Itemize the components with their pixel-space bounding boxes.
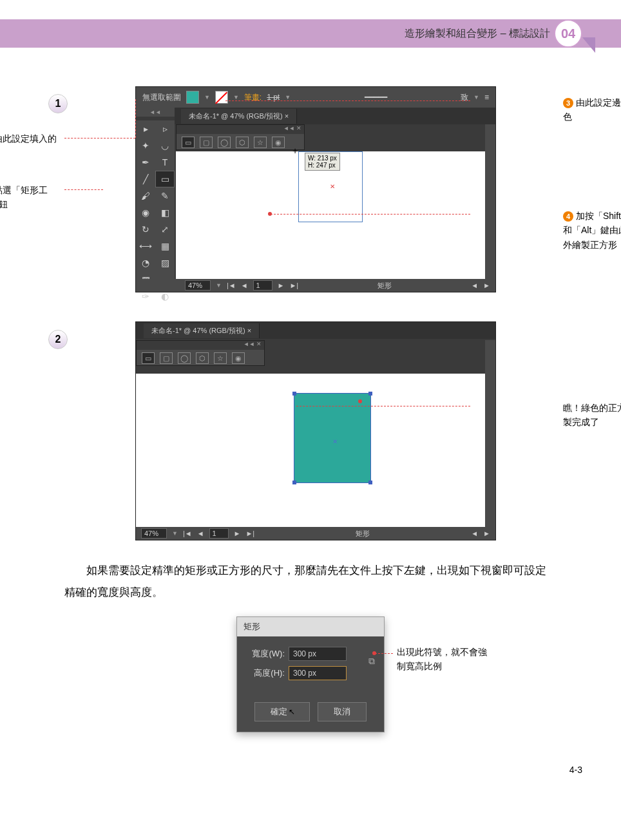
control-bar: 無選取範圍 ▼ ▼ 筆畫: 1 pt▼ ━━━━━ 致▼ ≡	[136, 87, 495, 108]
scroll-right-icon[interactable]: ►	[483, 530, 490, 537]
stroke-swatch[interactable]	[215, 91, 228, 104]
eraser-tool-icon[interactable]: ◧	[155, 204, 175, 221]
next-page-icon[interactable]: ►	[234, 530, 241, 537]
status-shape-label: 矩形	[303, 281, 466, 291]
prev-page-icon[interactable]: ◄	[241, 282, 248, 289]
shape-flyout-panel: ◄◄ ✕ ▭ ▢ ◯ ⬡ ☆ ◉	[176, 124, 305, 150]
dialog-title: 矩形	[237, 617, 384, 636]
flare-icon[interactable]: ◉	[272, 137, 285, 148]
close-icon[interactable]: ×	[247, 327, 251, 334]
no-selection-label: 無選取範圍	[142, 92, 181, 103]
last-page-icon[interactable]: ►|	[245, 530, 254, 537]
prev-page-icon[interactable]: ◄	[197, 530, 204, 537]
lasso-tool-icon[interactable]: ◡	[155, 137, 175, 154]
tools-panel: ◄◄ ▸▹ ✦◡ ✒T ╱▭ 🖌✎ ◉◧ ↻⤢ ⟷▦ ◔▨ ▩▬ ✑◐	[136, 108, 175, 279]
first-page-icon[interactable]: |◄	[227, 282, 236, 289]
cursor-icon: ↖	[289, 707, 295, 716]
line-tool-icon[interactable]: ╱	[136, 171, 155, 187]
next-page-icon[interactable]: ►	[278, 282, 285, 289]
pen-tool-icon[interactable]: ✒	[136, 154, 155, 171]
height-input[interactable]	[289, 666, 347, 680]
perspective-tool-icon[interactable]: ▨	[155, 254, 175, 271]
callout-3: 3由此設定邊框顏色	[563, 95, 621, 124]
flare-icon[interactable]: ◉	[232, 352, 245, 364]
menu-icon[interactable]: ≡	[484, 93, 489, 102]
fill-swatch[interactable]	[186, 91, 199, 104]
width-tool-icon[interactable]: ⟷	[136, 238, 155, 254]
type-tool-icon[interactable]: T	[155, 154, 175, 171]
dimension-tooltip: W: 213 px H: 247 px	[305, 153, 340, 171]
ellipse-icon[interactable]: ◯	[178, 352, 191, 364]
pencil-tool-icon[interactable]: ✎	[155, 187, 175, 204]
wand-tool-icon[interactable]: ✦	[136, 137, 155, 154]
chapter-number: 04	[554, 19, 582, 48]
canvas-area-2[interactable]: ✕	[136, 374, 485, 527]
polygon-icon[interactable]: ⬡	[196, 352, 209, 364]
callout-6: 出現此符號，就不會強制寬高比例	[397, 645, 493, 674]
blob-tool-icon[interactable]: ◉	[136, 204, 155, 221]
rounded-rect-icon[interactable]: ▢	[160, 352, 173, 364]
last-page-icon[interactable]: ►|	[289, 282, 298, 289]
shape-flyout-panel-2: ◄◄ ✕ ▭ ▢ ◯ ⬡ ☆ ◉	[136, 340, 265, 366]
rectangle-dialog: 矩形 寬度(W): 高度(H): ⧉ 確定↖ 取消	[236, 616, 385, 732]
free-transform-icon[interactable]: ▦	[155, 238, 175, 254]
drawn-square[interactable]: ✕	[294, 393, 371, 483]
polygon-icon[interactable]: ⬡	[236, 137, 249, 148]
shape-builder-icon[interactable]: ◔	[136, 254, 155, 271]
screenshot-1: 無選取範圍 ▼ ▼ 筆畫: 1 pt▼ ━━━━━ 致▼ ≡ 未命名-1* @ …	[135, 86, 496, 292]
direct-select-tool-icon[interactable]: ▹	[155, 120, 175, 137]
scale-tool-icon[interactable]: ⤢	[155, 221, 175, 238]
doc-tab[interactable]: 未命名-1* @ 47% (RGB/預視) ×	[181, 109, 297, 124]
scroll-right-icon[interactable]: ►	[483, 282, 490, 289]
callout-2: 2由此設定填入的色彩	[0, 131, 64, 160]
rect-shape-icon[interactable]: ▭	[182, 137, 195, 148]
zoom-input[interactable]	[141, 528, 167, 539]
selection-tool-icon[interactable]: ▸	[136, 120, 155, 137]
panel-close-icon[interactable]: ✕	[296, 125, 301, 134]
panel-collapse-icon[interactable]: ◄◄	[283, 125, 295, 134]
width-label: 寬度(W):	[246, 648, 285, 660]
rect-shape-icon[interactable]: ▭	[142, 352, 155, 364]
callout-5: 瞧！綠色的正方形繪製完成了	[563, 401, 621, 430]
link-constrain-icon[interactable]: ⧉	[368, 656, 375, 667]
ellipse-icon[interactable]: ◯	[218, 137, 231, 148]
brush-tool-icon[interactable]: 🖌	[136, 187, 155, 204]
page-input[interactable]	[253, 280, 272, 291]
status-shape-label: 矩形	[260, 529, 466, 539]
tab-bar: 未命名-1* @ 47% (RGB/預視) ×	[136, 108, 495, 124]
rounded-rect-icon[interactable]: ▢	[200, 137, 213, 148]
panel-close-icon[interactable]: ✕	[256, 341, 262, 350]
first-page-icon[interactable]: |◄	[183, 530, 192, 537]
width-input[interactable]	[289, 647, 347, 661]
scroll-left-icon[interactable]: ◄	[471, 282, 478, 289]
panel-collapse-icon[interactable]: ◄◄	[244, 341, 255, 350]
canvas-area[interactable]: + ✕ W: 213 px H: 247 px	[176, 151, 485, 279]
status-bar: ▼ |◄◄ ►►| 矩形 ◄►	[136, 279, 495, 292]
body-paragraph: 如果需要設定精準的矩形或正方形的尺寸，那麼請先在文件上按下左鍵，出現如下視窗即可…	[64, 560, 557, 604]
ok-button[interactable]: 確定↖	[254, 702, 310, 721]
scroll-left-icon[interactable]: ◄	[471, 530, 478, 537]
step-badge-2: 2	[48, 330, 68, 349]
close-icon[interactable]: ×	[285, 112, 289, 120]
scrollbar[interactable]	[485, 124, 495, 279]
scrollbar[interactable]	[485, 340, 495, 527]
rotate-tool-icon[interactable]: ↻	[136, 221, 155, 238]
screenshot-2: 未命名-1* @ 47% (RGB/預視) × ◄◄ ✕ ▭ ▢ ◯ ⬡ ☆ ◉…	[135, 321, 496, 540]
callout-1: 1點選「矩形工具」鈕	[0, 183, 64, 212]
zoom-input[interactable]	[185, 280, 211, 291]
doc-tab-2[interactable]: 未命名-1* @ 47% (RGB/預視) ×	[144, 323, 260, 338]
star-icon[interactable]: ☆	[254, 137, 267, 148]
status-bar-2: ▼ |◄◄ ►►| 矩形 ◄►	[136, 527, 495, 540]
page-number: 4-3	[0, 752, 621, 788]
height-label: 高度(H):	[246, 667, 285, 679]
rectangle-tool-icon[interactable]: ▭	[155, 171, 175, 187]
star-icon[interactable]: ☆	[214, 352, 227, 364]
step-badge-1: 1	[48, 94, 68, 113]
cancel-button[interactable]: 取消	[318, 702, 367, 721]
callout-4: 4加按「Shift」鍵 和「Alt」鍵由此處往外繪製正方形	[563, 209, 621, 252]
crosshair-cursor-icon: +	[292, 146, 298, 156]
page-header-title: 造形繪製和組合變形 – 標誌設計	[405, 27, 550, 41]
page-input[interactable]	[209, 528, 229, 539]
